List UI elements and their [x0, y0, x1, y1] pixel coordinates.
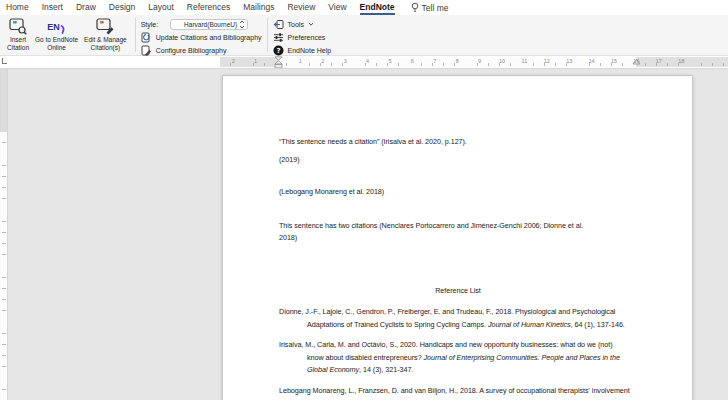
- preferences-label: Preferences: [288, 34, 326, 41]
- v-ruler: [0, 69, 8, 400]
- tools-group: Tools Preferences ? EndNote Help: [273, 17, 332, 56]
- paragraph-line: This sentence has two citations (Nenclar…: [279, 220, 637, 233]
- endnote-help-button[interactable]: ? EndNote Help: [273, 44, 332, 56]
- tab-references[interactable]: References: [187, 0, 230, 15]
- text-segment: Irisalva, M., Carla, M. and Octávio, S.,…: [279, 340, 613, 349]
- reference-entry: Irisalva, M., Carla, M. and Octávio, S.,…: [279, 339, 637, 377]
- tab-review[interactable]: Review: [287, 0, 315, 15]
- tab-insert[interactable]: Insert: [42, 0, 63, 15]
- text-segment: Journal of Human Kinetics: [488, 320, 571, 329]
- ruler-number: 4: [366, 57, 369, 65]
- edit-citation-icon: ": [96, 18, 115, 35]
- insert-citation-label-2: Citation: [7, 44, 29, 52]
- lightbulb-icon: [411, 2, 419, 13]
- ruler-number: 10: [499, 57, 505, 65]
- ruler-number: 3: [344, 57, 347, 65]
- tab-draw[interactable]: Draw: [76, 0, 96, 15]
- word-window: Home Insert Draw Design Layout Reference…: [0, 0, 728, 400]
- ruler-number: 2: [321, 57, 324, 65]
- reference-line: Dionne, J.-F., Lajoie, C., Gendron, P., …: [279, 306, 637, 319]
- ruler-number: 2: [232, 57, 235, 65]
- ribbon-divider: [267, 18, 268, 52]
- go-to-endnote-online-label: Go to EndNote: [35, 36, 78, 44]
- configure-bibliography-button[interactable]: Configure Bibliography: [141, 44, 262, 56]
- reference-line: Global Economy, 14 (3), 321-347.: [279, 364, 637, 377]
- preferences-icon: [273, 32, 284, 43]
- tab-view[interactable]: View: [328, 0, 346, 15]
- h-ruler: 12123456789101112131415161718: [220, 57, 728, 67]
- ruler-ticks: [220, 63, 728, 66]
- svg-text:": ": [99, 20, 104, 30]
- insert-citation-label: Insert: [10, 36, 26, 44]
- svg-text:?: ?: [276, 47, 280, 55]
- configure-bibliography-label: Configure Bibliography: [156, 47, 227, 54]
- text-segment: Dionne, J.-F., Lajoie, C., Gendron, P., …: [279, 307, 615, 316]
- paragraph-line: 2018): [279, 232, 637, 245]
- preferences-button[interactable]: Preferences: [273, 31, 332, 43]
- ruler-number: 8: [456, 57, 459, 65]
- configure-bibliography-icon: [141, 45, 152, 56]
- ribbon-tab-bar: Home Insert Draw Design Layout Reference…: [0, 0, 728, 15]
- tab-selector[interactable]: [2, 58, 7, 64]
- style-value: Harvard(BourneU): [184, 21, 237, 28]
- endnote-help-label: EndNote Help: [288, 47, 332, 54]
- tab-mailings[interactable]: Mailings: [243, 0, 274, 15]
- ruler-number: 9: [478, 57, 481, 65]
- ruler-number: 11: [522, 57, 528, 65]
- tools-icon: [273, 19, 284, 30]
- tell-me[interactable]: Tell me: [411, 0, 449, 15]
- endnote-ribbon: " Insert Citation EN Go to EndNote Onlin…: [0, 15, 728, 56]
- text-segment: Adaptations of Trained Cyclists to Sprin…: [307, 320, 488, 329]
- ruler-number: 1: [299, 57, 302, 65]
- document-page[interactable]: “This sentence needs a citation” (Irisal…: [222, 75, 693, 400]
- help-icon: ?: [273, 45, 284, 56]
- ruler-number: 18: [678, 57, 684, 65]
- text-segment: , 64 (1), 137-146.: [571, 320, 625, 329]
- document-text: “This sentence needs a citation” (Irisal…: [279, 136, 637, 400]
- tell-me-label: Tell me: [422, 3, 449, 13]
- ruler-number: 16: [633, 57, 639, 65]
- update-citations-button[interactable]: Update Citations and Bibliography: [141, 31, 262, 43]
- text-segment: , 14 (3), 321-347.: [359, 365, 413, 374]
- tab-layout[interactable]: Layout: [148, 0, 174, 15]
- ruler-number: 1: [254, 57, 257, 65]
- citation-paragraph: This sentence has two citations (Nenclar…: [279, 220, 637, 245]
- style-dropdown[interactable]: Harvard(BourneU): [170, 19, 248, 30]
- citation-paragraph: (2019): [279, 154, 637, 167]
- ruler-number: 6: [411, 57, 414, 65]
- text-segment: Lebogang Monareng, L., Franzsen, D. and …: [279, 386, 630, 395]
- reference-list-heading: Reference List: [279, 285, 637, 298]
- edit-manage-citations-label: Edit & Manage: [84, 36, 127, 44]
- reference-line: know about disabled entrepreneurs? Journ…: [279, 352, 637, 365]
- tab-home[interactable]: Home: [6, 0, 29, 15]
- chevron-down-icon: [308, 22, 314, 27]
- reference-line: Irisalva, M., Carla, M. and Octávio, S.,…: [279, 339, 637, 352]
- text-segment: Journal of Enterprising Communities: Peo…: [424, 353, 620, 362]
- tools-label: Tools: [288, 21, 304, 28]
- insert-citation-icon: ": [9, 18, 28, 35]
- document-area: “This sentence needs a citation” (Irisal…: [0, 68, 728, 400]
- text-segment: Global Economy: [307, 365, 359, 374]
- ribbon-divider: [135, 18, 136, 52]
- tools-button[interactable]: Tools: [273, 18, 332, 30]
- go-to-endnote-online-button[interactable]: EN Go to EndNote Online: [32, 17, 81, 51]
- reference-line: Lebogang Monareng, L., Franzsen, D. and …: [279, 385, 637, 398]
- reference-entry: Dionne, J.-F., Lajoie, C., Gendron, P., …: [279, 306, 637, 331]
- stepper-icon[interactable]: [239, 20, 245, 29]
- ruler-number: 13: [566, 57, 572, 65]
- edit-manage-citations-label-2: Citation(s): [91, 44, 121, 52]
- reference-line: Adaptations of Trained Cyclists to Sprin…: [279, 319, 637, 332]
- endnote-logo-text: EN: [47, 22, 60, 32]
- v-ruler-margin: [0, 69, 7, 132]
- ruler-number: 15: [611, 57, 617, 65]
- ruler-number: 12: [544, 57, 550, 65]
- tab-endnote[interactable]: EndNote: [360, 0, 395, 15]
- update-citations-label: Update Citations and Bibliography: [156, 34, 262, 41]
- edit-manage-citations-button[interactable]: " Edit & Manage Citation(s): [81, 17, 130, 51]
- tab-design[interactable]: Design: [109, 0, 135, 15]
- ruler-number: 17: [656, 57, 662, 65]
- insert-citation-button[interactable]: " Insert Citation: [4, 17, 32, 51]
- style-label: Style:: [141, 21, 159, 28]
- citation-paragraph: “This sentence needs a citation” (Irisal…: [279, 136, 637, 149]
- ruler-number: 5: [388, 57, 391, 65]
